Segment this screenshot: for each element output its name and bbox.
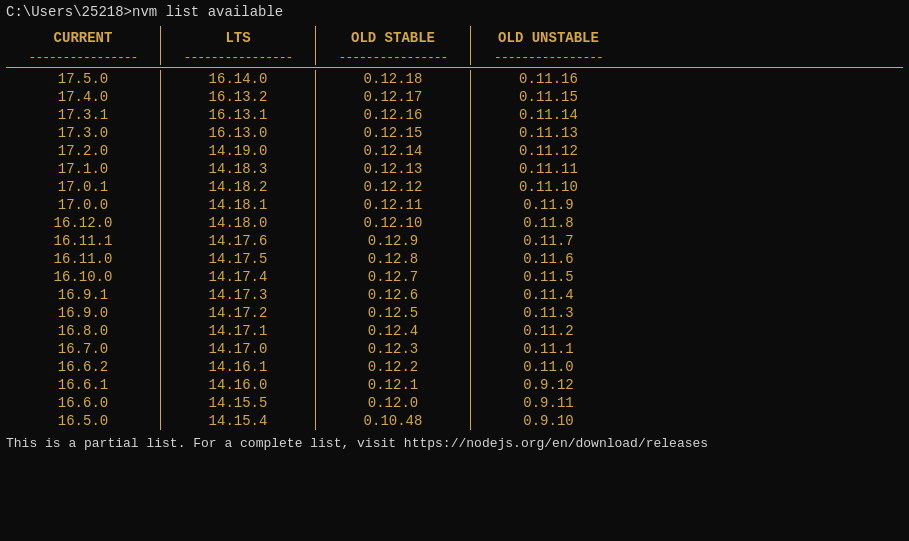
- footer-text: This is a partial list. For a complete l…: [6, 436, 903, 451]
- header-col-current: CURRENT----------------: [6, 26, 161, 65]
- cell-old_unstable-7: 0.11.9: [481, 196, 616, 214]
- cell-old_unstable-10: 0.11.6: [481, 250, 616, 268]
- cell-old_stable-2: 0.12.16: [326, 106, 460, 124]
- cell-old_stable-11: 0.12.7: [326, 268, 460, 286]
- cell-lts-13: 14.17.2: [171, 304, 305, 322]
- cell-lts-11: 14.17.4: [171, 268, 305, 286]
- data-col-old_unstable: 0.11.160.11.150.11.140.11.130.11.120.11.…: [471, 70, 626, 430]
- cell-old_unstable-16: 0.11.0: [481, 358, 616, 376]
- cell-current-6: 17.0.1: [16, 178, 150, 196]
- col-header-current: CURRENT: [16, 26, 150, 50]
- cell-old_unstable-13: 0.11.3: [481, 304, 616, 322]
- cell-old_stable-17: 0.12.1: [326, 376, 460, 394]
- cell-lts-1: 16.13.2: [171, 88, 305, 106]
- cell-old_unstable-6: 0.11.10: [481, 178, 616, 196]
- cell-lts-6: 14.18.2: [171, 178, 305, 196]
- header-col-old_unstable: OLD UNSTABLE----------------: [471, 26, 626, 65]
- cell-current-14: 16.8.0: [16, 322, 150, 340]
- cell-old_stable-14: 0.12.4: [326, 322, 460, 340]
- cell-lts-9: 14.17.6: [171, 232, 305, 250]
- cell-current-19: 16.5.0: [16, 412, 150, 430]
- col-header-lts: LTS: [171, 26, 305, 50]
- cell-old_unstable-4: 0.11.12: [481, 142, 616, 160]
- table-header-row: CURRENT----------------LTS--------------…: [6, 26, 903, 68]
- header-col-old_stable: OLD STABLE----------------: [316, 26, 471, 65]
- cell-old_stable-12: 0.12.6: [326, 286, 460, 304]
- table-body: 17.5.017.4.017.3.117.3.017.2.017.1.017.0…: [6, 70, 903, 430]
- cell-old_unstable-12: 0.11.4: [481, 286, 616, 304]
- data-col-old_stable: 0.12.180.12.170.12.160.12.150.12.140.12.…: [316, 70, 471, 430]
- cell-old_stable-19: 0.10.48: [326, 412, 460, 430]
- cell-current-3: 17.3.0: [16, 124, 150, 142]
- cell-old_stable-4: 0.12.14: [326, 142, 460, 160]
- cell-current-7: 17.0.0: [16, 196, 150, 214]
- cell-old_stable-9: 0.12.9: [326, 232, 460, 250]
- terminal-window: C:\Users\25218>nvm list available CURREN…: [0, 0, 909, 541]
- cell-lts-0: 16.14.0: [171, 70, 305, 88]
- cell-old_unstable-3: 0.11.13: [481, 124, 616, 142]
- cell-old_stable-18: 0.12.0: [326, 394, 460, 412]
- cell-lts-4: 14.19.0: [171, 142, 305, 160]
- cell-old_unstable-11: 0.11.5: [481, 268, 616, 286]
- header-col-lts: LTS----------------: [161, 26, 316, 65]
- cell-lts-8: 14.18.0: [171, 214, 305, 232]
- cell-lts-19: 14.15.4: [171, 412, 305, 430]
- cell-current-10: 16.11.0: [16, 250, 150, 268]
- cell-current-18: 16.6.0: [16, 394, 150, 412]
- cell-old_stable-15: 0.12.3: [326, 340, 460, 358]
- cell-old_unstable-18: 0.9.11: [481, 394, 616, 412]
- cell-current-15: 16.7.0: [16, 340, 150, 358]
- cell-lts-5: 14.18.3: [171, 160, 305, 178]
- cell-current-4: 17.2.0: [16, 142, 150, 160]
- cell-old_unstable-5: 0.11.11: [481, 160, 616, 178]
- cell-old_unstable-15: 0.11.1: [481, 340, 616, 358]
- cell-current-1: 17.4.0: [16, 88, 150, 106]
- cell-old_stable-13: 0.12.5: [326, 304, 460, 322]
- cell-lts-16: 14.16.1: [171, 358, 305, 376]
- cell-lts-14: 14.17.1: [171, 322, 305, 340]
- col-header-old_unstable: OLD UNSTABLE: [481, 26, 616, 50]
- cell-current-8: 16.12.0: [16, 214, 150, 232]
- cell-lts-12: 14.17.3: [171, 286, 305, 304]
- cell-old_stable-8: 0.12.10: [326, 214, 460, 232]
- cell-old_stable-6: 0.12.12: [326, 178, 460, 196]
- cell-old_stable-0: 0.12.18: [326, 70, 460, 88]
- col-divider-current: ----------------: [16, 50, 150, 65]
- col-divider-lts: ----------------: [171, 50, 305, 65]
- cell-old_stable-1: 0.12.17: [326, 88, 460, 106]
- cell-old_stable-16: 0.12.2: [326, 358, 460, 376]
- data-col-lts: 16.14.016.13.216.13.116.13.014.19.014.18…: [161, 70, 316, 430]
- col-divider-old_stable: ----------------: [326, 50, 460, 65]
- cell-lts-18: 14.15.5: [171, 394, 305, 412]
- data-col-current: 17.5.017.4.017.3.117.3.017.2.017.1.017.0…: [6, 70, 161, 430]
- cell-current-2: 17.3.1: [16, 106, 150, 124]
- cell-current-0: 17.5.0: [16, 70, 150, 88]
- cell-old_unstable-9: 0.11.7: [481, 232, 616, 250]
- nvm-table: CURRENT----------------LTS--------------…: [6, 26, 903, 430]
- cell-lts-7: 14.18.1: [171, 196, 305, 214]
- cell-current-5: 17.1.0: [16, 160, 150, 178]
- cell-current-16: 16.6.2: [16, 358, 150, 376]
- cell-old_unstable-2: 0.11.14: [481, 106, 616, 124]
- cell-lts-17: 14.16.0: [171, 376, 305, 394]
- cell-old_unstable-0: 0.11.16: [481, 70, 616, 88]
- cell-old_unstable-19: 0.9.10: [481, 412, 616, 430]
- cell-lts-10: 14.17.5: [171, 250, 305, 268]
- cell-old_stable-3: 0.12.15: [326, 124, 460, 142]
- cell-lts-3: 16.13.0: [171, 124, 305, 142]
- cell-old_unstable-14: 0.11.2: [481, 322, 616, 340]
- cell-old_unstable-8: 0.11.8: [481, 214, 616, 232]
- col-header-old_stable: OLD STABLE: [326, 26, 460, 50]
- cell-old_unstable-1: 0.11.15: [481, 88, 616, 106]
- cell-current-9: 16.11.1: [16, 232, 150, 250]
- cell-current-11: 16.10.0: [16, 268, 150, 286]
- cell-old_unstable-17: 0.9.12: [481, 376, 616, 394]
- col-divider-old_unstable: ----------------: [481, 50, 616, 65]
- cell-old_stable-5: 0.12.13: [326, 160, 460, 178]
- cell-lts-2: 16.13.1: [171, 106, 305, 124]
- cell-current-13: 16.9.0: [16, 304, 150, 322]
- cell-lts-15: 14.17.0: [171, 340, 305, 358]
- cell-current-17: 16.6.1: [16, 376, 150, 394]
- command-line: C:\Users\25218>nvm list available: [6, 4, 903, 20]
- cell-current-12: 16.9.1: [16, 286, 150, 304]
